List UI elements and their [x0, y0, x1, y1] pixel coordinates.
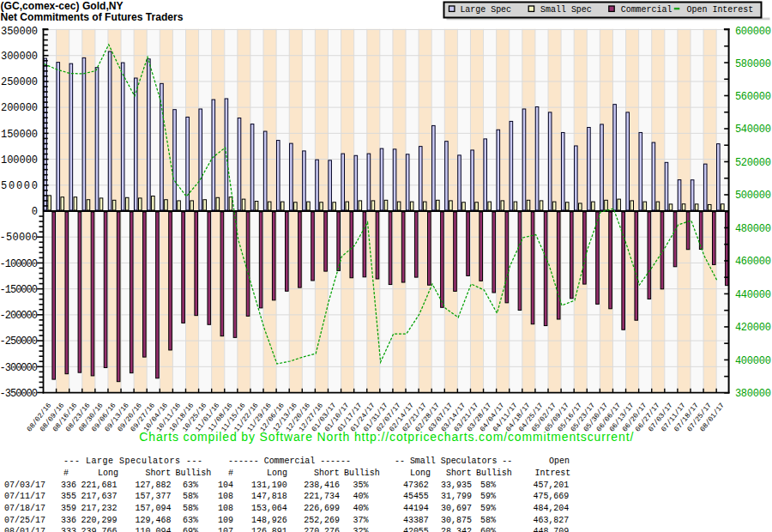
svg-text:250000: 250000	[1, 76, 38, 88]
svg-text:440000: 440000	[735, 289, 771, 301]
svg-text:0: 0	[32, 206, 38, 218]
svg-text:#: #	[63, 469, 69, 478]
svg-text:448,709: 448,709	[534, 527, 570, 532]
svg-text:Short: Short	[146, 469, 172, 478]
svg-text:108: 108	[218, 492, 233, 501]
svg-text:Bullish: Bullish	[176, 469, 212, 478]
svg-text:110,094: 110,094	[136, 527, 172, 532]
svg-text:500000: 500000	[735, 190, 771, 202]
svg-text:100000: 100000	[1, 154, 38, 166]
svg-text:07/18/17: 07/18/17	[4, 504, 45, 513]
svg-text:Bullish: Bullish	[344, 469, 380, 478]
svg-text:40%: 40%	[353, 492, 369, 501]
svg-text:-300000: -300000	[0, 362, 38, 374]
svg-text:129,468: 129,468	[136, 516, 172, 525]
svg-text:355: 355	[61, 492, 76, 501]
svg-text:30,875: 30,875	[441, 516, 472, 525]
svg-text:107: 107	[218, 527, 233, 532]
svg-text:Long: Long	[410, 469, 431, 478]
svg-text:157,094: 157,094	[136, 504, 172, 513]
svg-text:32%: 32%	[353, 527, 369, 532]
svg-text:Open Interest: Open Interest	[687, 5, 754, 15]
svg-text:157,377: 157,377	[136, 492, 172, 501]
svg-text:217,232: 217,232	[81, 504, 118, 513]
svg-text:560000: 560000	[735, 91, 771, 103]
svg-text:600000: 600000	[735, 26, 771, 38]
svg-text:60%: 60%	[480, 527, 496, 532]
svg-text:104: 104	[218, 481, 233, 490]
svg-text:37%: 37%	[353, 516, 369, 525]
svg-text:-50000: -50000	[0, 232, 38, 244]
svg-text:07/11/17: 07/11/17	[4, 492, 45, 501]
svg-text:109: 109	[218, 516, 233, 525]
svg-text:463,827: 463,827	[534, 516, 570, 525]
svg-text:63%: 63%	[183, 516, 198, 525]
svg-text:33,935: 33,935	[441, 481, 472, 490]
svg-text:69%: 69%	[183, 527, 198, 532]
svg-text:420000: 420000	[735, 322, 771, 334]
svg-text:400000: 400000	[735, 355, 771, 367]
svg-text:50000: 50000	[1, 180, 38, 192]
svg-text:520000: 520000	[735, 157, 771, 169]
svg-text:30,697: 30,697	[441, 504, 472, 513]
svg-text:336: 336	[61, 481, 76, 490]
svg-text:Open: Open	[549, 456, 570, 466]
svg-text:221,681: 221,681	[81, 481, 118, 490]
svg-text:484,204: 484,204	[534, 504, 570, 513]
svg-text:153,064: 153,064	[251, 504, 287, 513]
svg-text:-350000: -350000	[0, 388, 38, 400]
svg-text:480000: 480000	[735, 223, 771, 235]
svg-text:200000: 200000	[1, 102, 38, 114]
svg-text:59%: 59%	[480, 504, 496, 513]
svg-text:252,269: 252,269	[304, 516, 340, 525]
svg-text:Bullish: Bullish	[476, 469, 512, 478]
svg-text:44194: 44194	[403, 504, 429, 513]
svg-text:336: 336	[61, 516, 76, 525]
svg-text:-150000: -150000	[0, 284, 38, 296]
svg-text:380000: 380000	[735, 388, 771, 400]
svg-text:59%: 59%	[480, 492, 496, 501]
svg-text:--- Large Speculators ---: --- Large Speculators ---	[63, 456, 202, 466]
svg-text:300000: 300000	[1, 51, 38, 63]
svg-text:28,342: 28,342	[441, 527, 472, 532]
svg-text:Charts compiled by Software No: Charts compiled by Software North http:/…	[139, 430, 633, 444]
svg-text:147,818: 147,818	[251, 492, 287, 501]
svg-text:226,699: 226,699	[304, 504, 340, 513]
svg-text:Commercial: Commercial	[621, 5, 672, 15]
svg-text:126,891: 126,891	[251, 527, 287, 532]
svg-text:238,416: 238,416	[304, 481, 340, 490]
svg-text:08/01/17: 08/01/17	[4, 527, 45, 532]
svg-text:35%: 35%	[353, 481, 369, 490]
svg-text:31,799: 31,799	[441, 492, 472, 501]
svg-text:58%: 58%	[480, 481, 496, 490]
svg-text:------ Commercial ------: ------ Commercial ------	[228, 456, 351, 466]
svg-text:58%: 58%	[480, 516, 496, 525]
svg-text:#: #	[228, 469, 233, 478]
svg-text:221,734: 221,734	[304, 492, 340, 501]
svg-text:43387: 43387	[403, 516, 429, 525]
svg-text:580000: 580000	[735, 58, 771, 70]
svg-text:108: 108	[218, 504, 233, 513]
svg-text:150000: 150000	[1, 129, 38, 141]
svg-text:63%: 63%	[183, 481, 198, 490]
svg-text:-100000: -100000	[0, 258, 38, 270]
svg-text:Long: Long	[267, 469, 287, 478]
svg-text:457,201: 457,201	[534, 481, 570, 490]
svg-text:460000: 460000	[735, 256, 771, 268]
svg-text:131,190: 131,190	[251, 481, 287, 490]
svg-text:Large Spec: Large Spec	[460, 5, 511, 15]
svg-text:270,276: 270,276	[304, 527, 340, 532]
svg-text:Long: Long	[98, 469, 118, 478]
svg-text:Net Commitments of Futures Tra: Net Commitments of Futures Traders	[1, 11, 184, 23]
svg-text:475,669: 475,669	[534, 492, 570, 501]
svg-text:58%: 58%	[183, 504, 198, 513]
svg-text:148,926: 148,926	[251, 516, 287, 525]
svg-text:350000: 350000	[1, 26, 38, 38]
svg-text:127,882: 127,882	[136, 481, 172, 490]
svg-text:Intrest: Intrest	[535, 469, 571, 478]
svg-text:-250000: -250000	[0, 336, 38, 348]
svg-text:45455: 45455	[403, 492, 429, 501]
svg-text:Short: Short	[446, 469, 472, 478]
svg-text:359: 359	[61, 504, 76, 513]
svg-text:40%: 40%	[353, 504, 369, 513]
